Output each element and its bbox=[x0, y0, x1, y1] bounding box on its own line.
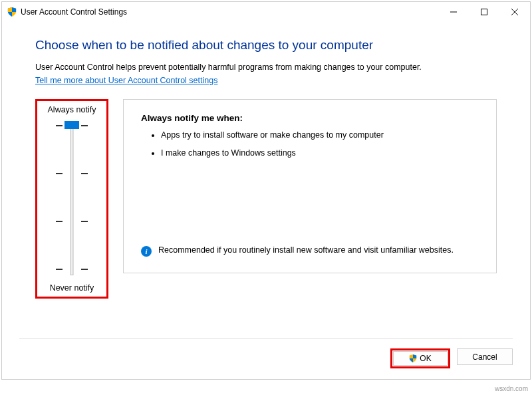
window-title: User Account Control Settings bbox=[21, 7, 127, 17]
slider-thumb[interactable] bbox=[65, 121, 79, 129]
tick-mark bbox=[81, 269, 88, 270]
shield-icon bbox=[7, 7, 17, 17]
tick-mark bbox=[56, 269, 63, 270]
slider-track-wrap bbox=[52, 121, 92, 279]
info-icon: i bbox=[141, 246, 152, 257]
recommendation-text: Recommended if you routinely install new… bbox=[158, 245, 454, 257]
shield-icon bbox=[409, 354, 417, 362]
button-row: OK Cancel bbox=[19, 338, 513, 368]
close-button[interactable] bbox=[499, 2, 530, 22]
list-item: I make changes to Windows settings bbox=[161, 148, 479, 160]
ok-button[interactable]: OK bbox=[393, 351, 448, 366]
maximize-button[interactable] bbox=[469, 2, 499, 22]
uac-settings-window: User Account Control Settings Choose whe… bbox=[1, 1, 531, 380]
help-link[interactable]: Tell me more about User Account Control … bbox=[35, 76, 217, 85]
minimize-button[interactable] bbox=[438, 2, 469, 22]
svg-rect-1 bbox=[481, 9, 487, 15]
description-text: User Account Control helps prevent poten… bbox=[35, 62, 497, 74]
cancel-button[interactable]: Cancel bbox=[457, 348, 513, 365]
slider-top-label: Always notify bbox=[48, 105, 96, 114]
titlebar: User Account Control Settings bbox=[2, 2, 530, 22]
window-controls bbox=[438, 2, 530, 22]
slider-track[interactable] bbox=[70, 125, 74, 275]
tick-mark bbox=[81, 173, 88, 174]
panel-title: Always notify me when: bbox=[141, 113, 479, 123]
info-panel: Always notify me when: Apps try to insta… bbox=[123, 99, 497, 273]
tick-mark bbox=[81, 221, 88, 222]
tick-mark bbox=[56, 221, 63, 222]
watermark: wsxdn.com bbox=[495, 385, 528, 392]
ok-label: OK bbox=[420, 354, 431, 363]
main-area: Always notify Never notify Always notify… bbox=[35, 99, 497, 299]
tick-mark bbox=[81, 125, 88, 126]
list-item: Apps try to install software or make cha… bbox=[161, 130, 479, 142]
slider-container: Always notify Never notify bbox=[35, 99, 108, 299]
recommendation-row: i Recommended if you routinely install n… bbox=[141, 245, 479, 257]
tick-mark bbox=[56, 125, 63, 126]
page-heading: Choose when to be notified about changes… bbox=[35, 38, 497, 53]
content-area: Choose when to be notified about changes… bbox=[2, 22, 530, 299]
slider-bottom-label: Never notify bbox=[50, 283, 94, 293]
tick-mark bbox=[56, 173, 63, 174]
bullet-list: Apps try to install software or make cha… bbox=[141, 130, 479, 160]
cancel-label: Cancel bbox=[472, 352, 497, 362]
ok-button-highlight: OK bbox=[390, 348, 450, 368]
